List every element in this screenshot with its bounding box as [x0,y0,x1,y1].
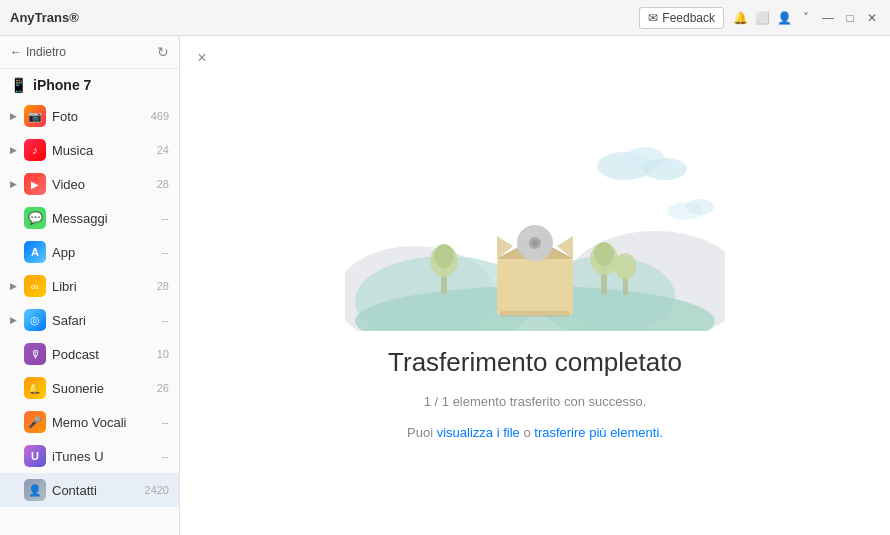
tray-icon[interactable]: ⬜ [754,10,770,26]
links-prefix: Puoi [407,425,437,440]
foto-label: Foto [52,109,151,124]
memo-label: Memo Vocali [52,415,162,430]
svg-point-5 [686,199,714,215]
minimize-button[interactable]: — [820,10,836,26]
svg-point-16 [594,242,614,266]
podcast-count: 10 [157,348,169,360]
title-bar-controls: ✉ Feedback 🔔 ⬜ 👤 ˅ — □ ✕ [639,7,880,29]
maximize-button[interactable]: □ [842,10,858,26]
transfer-more-link[interactable]: trasferire più elementi. [534,425,663,440]
contatti-label: Contatti [52,483,145,498]
minimize-icon: — [822,11,834,25]
main-layout: ← Indietro ↻ 📱 iPhone 7 ▶ 📷 Foto 469 ▶ ♪… [0,36,890,535]
messaggi-count: -- [162,212,169,224]
sidebar-item-messaggi[interactable]: 💬 Messaggi -- [0,201,179,235]
messaggi-label: Messaggi [52,211,162,226]
app-title-text: AnyTrans® [10,10,79,25]
back-button[interactable]: ← Indietro [10,45,66,59]
device-icon: 📱 [10,77,27,93]
feedback-icon: ✉ [648,11,658,25]
sidebar-item-app[interactable]: A App -- [0,235,179,269]
sidebar-item-foto[interactable]: ▶ 📷 Foto 469 [0,99,179,133]
suonerie-count: 26 [157,382,169,394]
libri-count: 28 [157,280,169,292]
sidebar-item-podcast[interactable]: 🎙 Podcast 10 [0,337,179,371]
video-label: Video [52,177,157,192]
success-links: Puoi visualizza i file o trasferire più … [407,425,663,440]
podcast-label: Podcast [52,347,157,362]
safari-icon: ◎ [24,309,46,331]
expand-icon: ▶ [10,111,20,121]
video-icon: ▶ [24,173,46,195]
sidebar-item-libri[interactable]: ▶ ∞ Libri 28 [0,269,179,303]
chevron-down-icon: ˅ [803,11,809,25]
device-label: iPhone 7 [33,77,91,93]
sidebar-item-memo[interactable]: 🎤 Memo Vocali -- [0,405,179,439]
sidebar-item-video[interactable]: ▶ ▶ Video 28 [0,167,179,201]
expand-icon: ▶ [10,315,20,325]
window-controls: 🔔 ⬜ 👤 ˅ — □ ✕ [732,10,880,26]
memo-icon: 🎤 [24,411,46,433]
safari-count: -- [162,314,169,326]
video-count: 28 [157,178,169,190]
title-bar: AnyTrans® ✉ Feedback 🔔 ⬜ 👤 ˅ — □ ✕ [0,0,890,36]
app-label: App [52,245,162,260]
svg-rect-20 [500,311,570,317]
safari-label: Safari [52,313,162,328]
svg-point-13 [434,244,454,268]
foto-icon: 📷 [24,105,46,127]
back-label: Indietro [26,45,66,59]
expand-icon: ▶ [10,145,20,155]
contatti-icon: 👤 [24,479,46,501]
maximize-icon: □ [846,11,853,25]
back-arrow-icon: ← [10,45,22,59]
musica-icon: ♪ [24,139,46,161]
messaggi-icon: 💬 [24,207,46,229]
sidebar-item-musica[interactable]: ▶ ♪ Musica 24 [0,133,179,167]
chevron-down-button[interactable]: ˅ [798,10,814,26]
contatti-count: 2420 [145,484,169,496]
foto-count: 469 [151,110,169,122]
user-icon[interactable]: 👤 [776,10,792,26]
success-subtitle: 1 / 1 elemento trasferito con successo. [424,394,647,409]
success-subtitle-text: 1 / 1 elemento trasferito con successo. [424,394,647,409]
sidebar-item-itunes[interactable]: U iTunes U -- [0,439,179,473]
success-title-text: Trasferimento completato [388,347,682,378]
musica-label: Musica [52,143,157,158]
musica-count: 24 [157,144,169,156]
itunes-count: -- [162,450,169,462]
close-icon: ✕ [867,11,877,25]
expand-icon: ▶ [10,179,20,189]
podcast-icon: 🎙 [24,343,46,365]
view-files-link[interactable]: visualizza i file [437,425,520,440]
memo-count: -- [162,416,169,428]
itunes-label: iTunes U [52,449,162,464]
app-count: -- [162,246,169,258]
suonerie-label: Suonerie [52,381,157,396]
svg-rect-19 [497,259,573,315]
svg-point-24 [532,240,538,246]
device-name: 📱 iPhone 7 [0,69,179,99]
itunes-icon: U [24,445,46,467]
success-illustration [345,111,725,331]
links-middle: o [523,425,534,440]
refresh-icon[interactable]: ↻ [157,44,169,60]
sidebar-item-suonerie[interactable]: 🔔 Suonerie 26 [0,371,179,405]
success-container: Trasferimento completato 1 / 1 elemento … [345,111,725,440]
close-icon: × [197,49,206,67]
expand-icon: ▶ [10,281,20,291]
sidebar: ← Indietro ↻ 📱 iPhone 7 ▶ 📷 Foto 469 ▶ ♪… [0,36,180,535]
sidebar-header: ← Indietro ↻ [0,36,179,69]
feedback-button[interactable]: ✉ Feedback [639,7,724,29]
app-icon: A [24,241,46,263]
svg-point-18 [614,253,636,279]
bell-icon[interactable]: 🔔 [732,10,748,26]
suonerie-icon: 🔔 [24,377,46,399]
dialog-close-button[interactable]: × [192,48,212,68]
feedback-label: Feedback [662,11,715,25]
libri-icon: ∞ [24,275,46,297]
success-title: Trasferimento completato [388,347,682,378]
sidebar-item-safari[interactable]: ▶ ◎ Safari -- [0,303,179,337]
close-button[interactable]: ✕ [864,10,880,26]
sidebar-item-contatti[interactable]: 👤 Contatti 2420 [0,473,179,507]
